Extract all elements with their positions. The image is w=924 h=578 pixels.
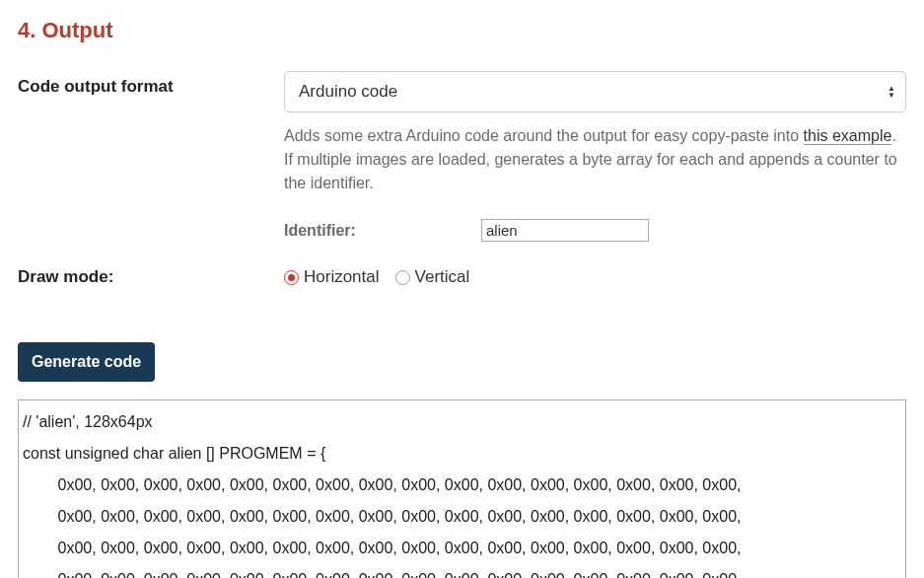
code-output[interactable]: [18, 399, 906, 578]
radio-vertical[interactable]: Vertical: [395, 267, 470, 287]
format-help: Adds some extra Arduino code around the …: [284, 124, 906, 195]
format-help-prefix: Adds some extra Arduino code around the …: [284, 127, 804, 144]
chevron-updown-icon: ▲▼: [888, 85, 895, 99]
identifier-input[interactable]: [481, 219, 649, 242]
format-content: Arduino code ▲▼ Adds some extra Arduino …: [284, 71, 906, 252]
radio-icon: [284, 270, 299, 285]
section-heading: 4. Output: [18, 18, 906, 43]
draw-mode-content: Horizontal Vertical: [284, 261, 906, 287]
generate-button[interactable]: Generate code: [18, 342, 155, 382]
draw-mode-label: Draw mode:: [18, 261, 284, 287]
format-select[interactable]: Arduino code ▲▼: [284, 71, 906, 112]
radio-vertical-label: Vertical: [415, 267, 470, 287]
radio-horizontal[interactable]: Horizontal: [284, 267, 380, 287]
identifier-row: Identifier:: [284, 219, 906, 242]
draw-mode-row: Draw mode: Horizontal Vertical: [18, 261, 906, 287]
identifier-label: Identifier:: [284, 222, 481, 240]
format-help-link[interactable]: this example: [804, 127, 892, 145]
radio-icon: [395, 270, 410, 285]
format-label: Code output format: [18, 71, 284, 97]
draw-mode-radio-group: Horizontal Vertical: [284, 261, 906, 287]
format-select-value: Arduino code: [299, 82, 888, 102]
radio-horizontal-label: Horizontal: [304, 267, 380, 287]
format-row: Code output format Arduino code ▲▼ Adds …: [18, 71, 906, 252]
